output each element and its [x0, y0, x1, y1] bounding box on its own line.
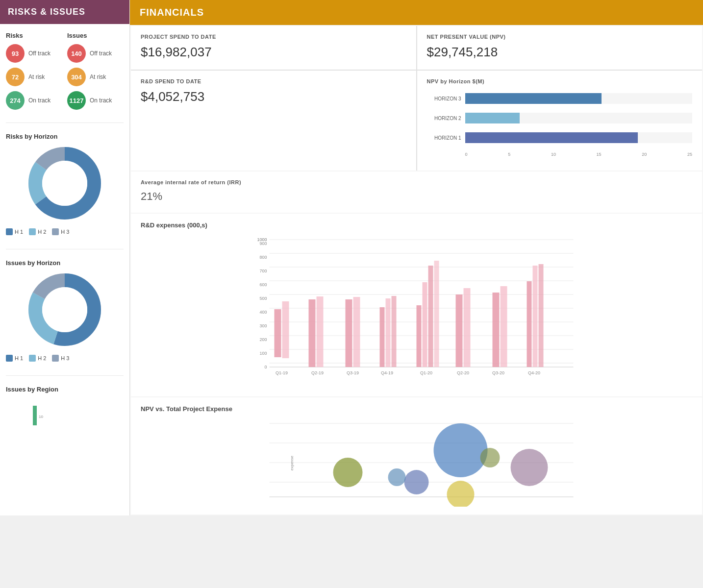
issues-at-risk-label: At risk [90, 74, 106, 80]
legend-h3: H 3 [52, 228, 69, 235]
npv-horizon-card: NPV by Horizon $(M) HORIZON 3 HORIZON 2 … [417, 71, 703, 171]
svg-text:800: 800 [259, 255, 267, 260]
svg-text:300: 300 [259, 323, 267, 328]
svg-rect-50 [501, 286, 507, 367]
npv-expense-chart: expense [141, 418, 692, 507]
svg-rect-35 [282, 301, 289, 358]
issues-by-horizon-title: Issues by Horizon [6, 259, 124, 267]
legend-issues-h2: H 2 [29, 355, 46, 362]
project-spend-value: $16,982,037 [141, 45, 406, 60]
irr-label: Average internal rate of return (IRR) [141, 179, 692, 185]
issues-off-track-label: Off track [90, 50, 112, 57]
npv-card: NET PRESENT VALUE (NPV) $29,745,218 [417, 26, 703, 70]
svg-rect-46 [434, 261, 439, 367]
risks-by-horizon-title: Risks by Horizon [6, 133, 124, 140]
issues-by-region-section: Issues by Region 10 [0, 380, 129, 440]
risks-on-track-row: 274 On track [6, 91, 62, 110]
issues-at-risk-badge: 304 [67, 68, 86, 86]
risks-at-risk-row: 72 At risk [6, 68, 62, 86]
legend-h1: H 1 [6, 228, 23, 235]
irr-card: Average internal rate of return (IRR) 21… [131, 172, 702, 213]
svg-text:200: 200 [259, 337, 267, 342]
issues-on-track-row: 1127 On track [67, 91, 124, 110]
svg-point-69 [434, 423, 488, 477]
svg-text:Q3-19: Q3-19 [347, 370, 359, 375]
svg-rect-51 [527, 281, 532, 367]
risks-on-track-label: On track [28, 97, 50, 104]
svg-text:100: 100 [259, 351, 267, 356]
issues-region-chart-placeholder: 10 [6, 397, 124, 434]
svg-text:Q4-20: Q4-20 [528, 370, 540, 375]
issues-at-risk-row: 304 At risk [67, 68, 124, 86]
svg-rect-38 [346, 299, 352, 367]
irr-value: 21% [141, 190, 692, 203]
svg-point-68 [333, 458, 363, 487]
svg-text:expense: expense [290, 455, 294, 470]
legend-issues-h3: H 3 [52, 355, 69, 362]
svg-rect-43 [417, 305, 422, 367]
svg-point-74 [388, 468, 406, 486]
issues-by-horizon-section: Issues by Horizon H 1 H 2 [0, 253, 129, 371]
svg-rect-45 [428, 266, 433, 367]
issues-column: Issues 140 Off track 304 At risk 1127 On… [67, 32, 124, 115]
svg-rect-36 [309, 299, 316, 367]
risks-title: Risks [6, 32, 62, 39]
npv-label: NET PRESENT VALUE (NPV) [427, 34, 693, 40]
svg-text:Q4-19: Q4-19 [381, 370, 393, 375]
financials-header: FINANCIALS [130, 0, 703, 25]
risks-off-track-row: 93 Off track [6, 44, 62, 63]
svg-rect-37 [317, 296, 324, 367]
horizon1-row: HORIZON 1 [427, 132, 693, 143]
svg-text:700: 700 [259, 269, 267, 273]
left-panel: RISKS & ISSUES Risks 93 Off track 72 At … [0, 0, 130, 515]
npv-expense-title: NPV vs. Total Project Expense [141, 405, 692, 413]
risks-off-track-label: Off track [28, 50, 50, 57]
svg-text:600: 600 [259, 282, 267, 287]
svg-rect-52 [533, 266, 538, 367]
svg-text:Q2-20: Q2-20 [457, 370, 469, 375]
svg-rect-48 [464, 288, 471, 367]
svg-text:10: 10 [39, 415, 43, 419]
issues-title: Issues [67, 32, 124, 39]
risks-at-risk-label: At risk [28, 74, 45, 80]
risks-issues-summary: Risks 93 Off track 72 At risk 274 On tra… [0, 24, 129, 119]
issues-off-track-badge: 140 [67, 44, 86, 63]
npv-expense-card: NPV vs. Total Project Expense expense [131, 397, 702, 514]
right-panel: FINANCIALS PROJECT SPEND TO DATE $16,982… [130, 0, 703, 515]
svg-rect-10 [33, 406, 37, 425]
risks-off-track-badge: 93 [6, 44, 25, 63]
rd-expenses-title: R&D expenses (000,s) [141, 221, 692, 229]
issues-by-region-title: Issues by Region [6, 386, 124, 393]
npv-horizon-chart: HORIZON 3 HORIZON 2 HORIZON 1 [427, 89, 693, 161]
issues-donut [6, 270, 124, 349]
risks-horizon-legend: H 1 H 2 H 3 [6, 226, 124, 239]
financials-top-grid: PROJECT SPEND TO DATE $16,982,037 NET PR… [131, 26, 702, 171]
svg-rect-49 [493, 293, 500, 367]
svg-point-72 [511, 449, 548, 486]
risks-column: Risks 93 Off track 72 At risk 274 On tra… [6, 32, 62, 115]
svg-text:Q2-19: Q2-19 [311, 370, 324, 375]
npv-value: $29,745,218 [427, 45, 693, 60]
rd-spend-label: R&D SPEND TO DATE [141, 78, 406, 84]
rd-expenses-chart: 0 100 200 300 400 500 600 700 800 900 10… [141, 235, 692, 389]
risks-issues-header: RISKS & ISSUES [0, 0, 129, 24]
svg-rect-40 [380, 307, 385, 367]
svg-text:Q3-20: Q3-20 [492, 370, 504, 375]
horizon3-row: HORIZON 3 [427, 93, 693, 104]
issues-on-track-label: On track [90, 97, 112, 104]
risks-on-track-badge: 274 [6, 91, 25, 110]
legend-h2: H 2 [29, 228, 46, 235]
risks-at-risk-badge: 72 [6, 68, 25, 86]
svg-point-9 [42, 287, 87, 332]
project-spend-card: PROJECT SPEND TO DATE $16,982,037 [131, 26, 416, 70]
svg-point-70 [404, 470, 429, 494]
legend-issues-h1: H 1 [6, 355, 23, 362]
svg-rect-39 [353, 297, 360, 367]
svg-rect-47 [456, 294, 463, 367]
svg-point-4 [42, 161, 87, 206]
rd-expenses-card: R&D expenses (000,s) 0 100 200 300 [131, 214, 702, 396]
svg-text:1000: 1000 [257, 237, 267, 242]
svg-text:500: 500 [259, 296, 267, 301]
svg-text:Q1-20: Q1-20 [420, 370, 432, 375]
risks-by-horizon-section: Risks by Horizon H 1 H 2 [0, 127, 129, 245]
